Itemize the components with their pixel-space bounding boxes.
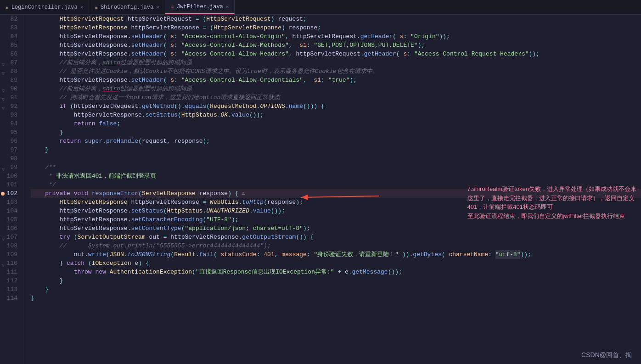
gutter-86: 86: [0, 50, 21, 58]
gutter-114: 114: [0, 294, 21, 302]
gutter-99: ▽99: [0, 163, 21, 172]
gutter-100: 100: [0, 172, 21, 180]
editor: 82 83 84 85 86 ▽87 ▽88 89 ▽90 ▽91 ▽92 93…: [0, 15, 641, 364]
gutter-90: ▽90: [0, 84, 21, 93]
gutter-101: 101: [0, 180, 21, 189]
gutter-105: 105: [0, 215, 21, 224]
code-line-106: httpServletResponse.setContentType("appl…: [31, 224, 641, 233]
gutter-110: ▽110: [0, 259, 21, 268]
gutter-85: 85: [0, 41, 21, 50]
code-line-111: throw new AuthenticationException("直接返回R…: [31, 268, 641, 276]
tab-bar: ☕ LoginController.java ✕ ☕ ShiroConfig.j…: [0, 0, 641, 15]
java-icon: ☕: [171, 3, 174, 10]
code-line-114: }: [31, 294, 641, 302]
gutter-88: ▽88: [0, 67, 21, 76]
gutter-95: 95: [0, 128, 21, 137]
gutter-112: 112: [0, 276, 21, 285]
gutter-92: ▽92: [0, 102, 21, 111]
gutter-96: 96: [0, 137, 21, 146]
code-line-113: }: [31, 285, 641, 294]
code-line-83: HttpServletResponse httpServletResponse …: [31, 23, 641, 32]
gutter-97: 97: [0, 146, 21, 154]
tab-label: ShiroConfig.java: [101, 4, 153, 11]
code-line-86: httpServletResponse.setHeader( s: "Acces…: [31, 50, 641, 58]
code-line-91: // 跨域时会首先发送一个option请求，这里我们给option请求直接返回正…: [31, 93, 641, 102]
code-line-97: }: [31, 146, 641, 154]
code-line-89: httpServletResponse.setHeader( s: "Acces…: [31, 76, 641, 84]
gutter-89: 89: [0, 76, 21, 84]
code-line-95: }: [31, 128, 641, 137]
gutter-104: 104: [0, 207, 21, 215]
code-line-92: if (httpServletRequest.getMethod().equal…: [31, 102, 641, 111]
code-line-84: httpServletResponse.setHeader( s: "Acces…: [31, 32, 641, 41]
gutter-87: ▽87: [0, 58, 21, 67]
code-line-93: httpServletResponse.setStatus(HttpStatus…: [31, 111, 641, 119]
tab-jwt-filter[interactable]: ☕ JwtFilter.java ✕: [165, 0, 235, 14]
code-line-87: //前后端分离，shiro过滤器配置引起的跨域问题: [31, 58, 641, 67]
gutter-111: 111: [0, 268, 21, 276]
gutter-102: 102: [0, 189, 21, 198]
code-line-107: try (ServletOutputStream out = httpServl…: [31, 233, 641, 241]
tab-label: JwtFilter.java: [177, 4, 223, 10]
gutter-103: 103: [0, 198, 21, 207]
close-icon[interactable]: ✕: [80, 4, 84, 10]
tab-shiro-config[interactable]: ☕ ShiroConfig.java ✕: [89, 0, 165, 14]
gutter-113: 113: [0, 285, 21, 294]
code-line-109: out.write(JSON.toJSONString(Result.fail(…: [31, 250, 641, 259]
warning-icon: ⚠: [239, 189, 245, 198]
annotation-text: 7.shiroRealm验证token失败，进入异常处理（如果成功就不会来这里了…: [467, 185, 636, 220]
code-line-90: //前后端分离，shiro过滤器配置引起的跨域问题: [31, 84, 641, 93]
code-line-110: } catch (IOException e) {: [31, 259, 641, 268]
java-icon: ☕: [95, 4, 98, 10]
code-line-99: /**: [31, 163, 641, 172]
java-icon: ☕: [6, 4, 9, 10]
line-number-gutter: 82 83 84 85 86 ▽87 ▽88 89 ▽90 ▽91 ▽92 93…: [0, 15, 25, 364]
code-line-94: return false;: [31, 119, 641, 128]
code-line-88: // 是否允许发送Cookie，默认Cookie不包括在CORS请求之中。设为t…: [31, 67, 641, 76]
gutter-82: 82: [0, 15, 21, 23]
tab-label: LoginController.java: [11, 4, 78, 11]
gutter-91: ▽91: [0, 93, 21, 102]
close-icon[interactable]: ✕: [226, 4, 229, 10]
gutter-107: ▽107: [0, 233, 21, 241]
gutter-108: 108: [0, 241, 21, 250]
code-line-96: return super.preHandle(request, response…: [31, 137, 641, 146]
gutter-106: 106: [0, 224, 21, 233]
gutter-98: 98: [0, 154, 21, 163]
watermark: CSDN@回首、掏: [581, 351, 632, 359]
code-line-82: HttpServletRequest httpServletRequest = …: [31, 15, 641, 23]
code-area[interactable]: HttpServletRequest httpServletRequest = …: [25, 15, 641, 364]
gutter-84: 84: [0, 32, 21, 41]
code-line-112: }: [31, 276, 641, 285]
code-line-100: * 非法请求返回401，前端拦截到登录页: [31, 172, 641, 180]
code-line-108: // System.out.println("5555555->error444…: [31, 241, 641, 250]
gutter-83: 83: [0, 23, 21, 32]
tab-login-controller[interactable]: ☕ LoginController.java ✕: [0, 0, 89, 14]
gutter-93: 93: [0, 111, 21, 119]
code-line-85: httpServletResponse.setHeader( s: "Acces…: [31, 41, 641, 50]
annotation-box: 7.shiroRealm验证token失败，进入异常处理（如果成功就不会来这里了…: [467, 185, 636, 220]
close-icon[interactable]: ✕: [156, 4, 159, 10]
gutter-94: 94: [0, 119, 21, 128]
gutter-109: 109: [0, 250, 21, 259]
code-line-98: [31, 154, 641, 163]
